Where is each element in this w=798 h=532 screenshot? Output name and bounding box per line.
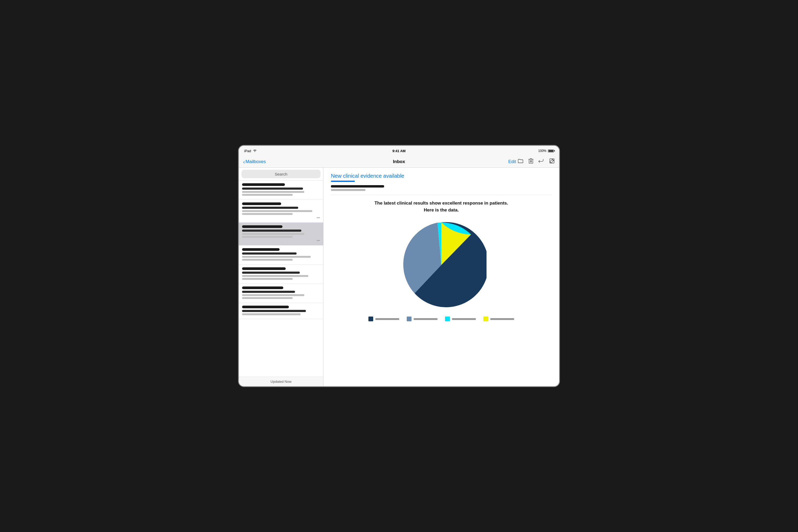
nav-title: Inbox <box>393 159 405 165</box>
email-subject: New clinical evidence available <box>331 173 552 179</box>
legend-item <box>483 317 514 321</box>
sender-color-bar <box>331 180 355 182</box>
email-header: New clinical evidence available <box>331 173 552 195</box>
battery-percent: 100% <box>538 149 546 153</box>
list-item[interactable] <box>239 180 323 200</box>
edit-button[interactable]: Edit <box>508 159 516 165</box>
toolbar-actions <box>518 158 555 165</box>
search-input[interactable]: Search <box>242 170 321 178</box>
status-bar-right: 100% <box>538 149 554 153</box>
email-meta-line1 <box>331 185 384 188</box>
email-body-text: The latest clinical results show excelle… <box>331 200 552 213</box>
updated-label: Updated Now <box>270 380 291 384</box>
list-item[interactable] <box>239 303 323 319</box>
legend-item <box>368 317 399 321</box>
mail-list-footer: Updated Now <box>239 377 323 386</box>
pie-chart <box>396 220 487 310</box>
legend-container <box>331 317 552 321</box>
list-item[interactable] <box>239 265 323 284</box>
legend-color-dark-blue <box>368 317 373 321</box>
email-meta-line2 <box>331 189 365 191</box>
legend-color-yellow <box>483 317 488 321</box>
status-bar-left: iPad <box>244 149 257 153</box>
list-item[interactable] <box>239 246 323 265</box>
back-label: Mailboxes <box>246 159 266 165</box>
legend-item <box>407 317 438 321</box>
compose-icon[interactable] <box>549 158 555 165</box>
legend-color-steel-blue <box>407 317 412 321</box>
legend-item <box>445 317 476 321</box>
ipad-label: iPad <box>244 149 251 153</box>
status-bar: iPad 9:41 AM 100% <box>239 146 559 156</box>
list-item[interactable]: ••• <box>239 200 323 223</box>
main-content: Search <box>239 168 559 386</box>
nav-bar: ‹ Mailboxes Inbox Edit <box>239 156 559 168</box>
wifi-icon <box>253 149 257 153</box>
legend-label-3 <box>452 318 476 320</box>
list-item[interactable]: ••• <box>239 223 323 246</box>
trash-icon[interactable] <box>528 158 534 165</box>
svg-point-0 <box>254 151 255 152</box>
mail-list-panel: Search <box>239 168 323 386</box>
legend-label-1 <box>375 318 399 320</box>
legend-label-4 <box>490 318 514 320</box>
legend-label-2 <box>414 318 438 320</box>
list-item[interactable] <box>239 284 323 303</box>
chart-container <box>331 220 552 310</box>
back-button[interactable]: ‹ Mailboxes <box>243 159 266 165</box>
reply-icon[interactable] <box>538 158 544 165</box>
nav-left: ‹ Mailboxes <box>243 159 266 165</box>
legend-color-cyan <box>445 317 450 321</box>
chevron-left-icon: ‹ <box>243 159 245 165</box>
search-bar-container: Search <box>239 168 323 180</box>
mail-list: ••• ••• <box>239 180 323 377</box>
battery-icon <box>548 150 554 152</box>
folder-icon[interactable] <box>518 158 524 165</box>
email-content-panel: New clinical evidence available The late… <box>323 168 559 386</box>
email-body: The latest clinical results show excelle… <box>331 200 552 381</box>
status-bar-time: 9:41 AM <box>392 149 405 153</box>
